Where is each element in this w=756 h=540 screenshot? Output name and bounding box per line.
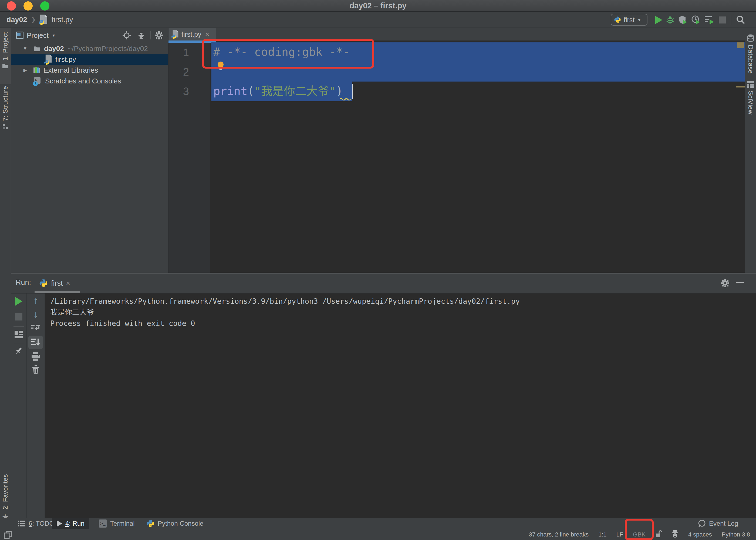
close-tab-icon[interactable]: × — [205, 30, 209, 39]
editor-gutter[interactable] — [169, 43, 210, 273]
sidebar-item-favorites[interactable]: 2: Favorites ★ — [0, 465, 11, 525]
chevron-down-icon: ▼ — [52, 33, 56, 38]
structure-stripe-mnemonic: 7 — [2, 117, 9, 121]
sciview-icon — [747, 81, 754, 88]
tree-row-day02[interactable]: ▼ day02 ~/PycharmProjects/day02 — [11, 43, 168, 54]
tree-row-scratches[interactable]: Scratches and Consoles — [11, 75, 168, 86]
sidebar-item-structure[interactable]: 7: Structure — [0, 82, 11, 168]
line-number[interactable]: 1 — [176, 47, 189, 59]
sciview-stripe-label: SciView — [747, 91, 754, 114]
clear-console-trash-icon[interactable] — [27, 365, 45, 374]
breadcrumb-file[interactable]: first.py — [52, 16, 73, 24]
close-window-button[interactable] — [7, 1, 16, 11]
collapse-arrow-icon[interactable]: ▼ — [22, 46, 28, 51]
next-occurrence-button[interactable]: ↓ — [27, 309, 45, 320]
run-tab-first[interactable]: first × — [39, 274, 70, 293]
terminal-label: Terminal — [110, 520, 135, 527]
annotation-rectangle-coding-gbk — [202, 39, 374, 68]
tree-day02-label: day02 — [44, 45, 64, 53]
inspection-status-square[interactable] — [737, 42, 744, 48]
line-number[interactable]: 3 — [176, 85, 189, 97]
debug-button[interactable] — [666, 15, 675, 25]
sidebar-item-sciview[interactable]: SciView — [745, 77, 756, 150]
project-panel-header: Project ▼ — — [11, 28, 168, 43]
print-button[interactable] — [27, 352, 45, 361]
toolwindow-terminal[interactable]: >_ Terminal — [94, 518, 140, 529]
lock-icon[interactable] — [655, 530, 662, 539]
stop-process-button[interactable] — [11, 313, 27, 321]
project-stripe-label: : Project — [2, 32, 9, 57]
toolbar-divider — [14, 327, 24, 327]
tree-row-first-py[interactable]: first.py — [11, 54, 168, 65]
folder-icon — [33, 46, 41, 52]
scroll-to-end-button[interactable] — [28, 336, 43, 349]
toolwindow-run[interactable]: 4: Run — [52, 518, 89, 529]
window-titlebar: day02 – first.py — [0, 0, 756, 12]
toolwindow-switcher-icon[interactable] — [4, 531, 12, 540]
console-output-line: 我是你二大爷 — [50, 307, 756, 318]
toolwindow-python-console[interactable]: Python Console — [142, 518, 208, 529]
prev-occurrence-button[interactable]: ↑ — [27, 295, 45, 306]
project-view-label: Project — [27, 31, 49, 40]
soft-wrap-button[interactable] — [27, 324, 45, 333]
hide-run-panel-button[interactable]: — — [736, 277, 744, 287]
code-line-3[interactable]: print("我是你二大爷") — [213, 81, 343, 101]
scrollbar-warning-mark[interactable] — [736, 86, 745, 87]
terminal-icon: >_ — [99, 519, 107, 528]
pin-tab-button[interactable] — [11, 346, 27, 355]
code-string: "我是你二大爷" — [254, 84, 336, 98]
locate-file-button[interactable] — [122, 31, 131, 41]
status-caret-position[interactable]: 1:1 — [598, 531, 607, 538]
tab-label: first.py — [182, 31, 201, 38]
navigation-bar: day02 ❯ first.py first ▼ — [0, 12, 756, 28]
event-log-balloon-icon — [698, 520, 706, 527]
run-configuration-name: first — [624, 16, 635, 24]
tree-row-external-libraries[interactable]: ▶ External Libraries — [11, 65, 168, 75]
toolbar-separator — [731, 15, 731, 25]
console-output[interactable]: /Library/Frameworks/Python.framework/Ver… — [45, 294, 756, 518]
profiler-button[interactable] — [691, 15, 701, 26]
line-number[interactable]: 2 — [176, 66, 189, 78]
collapse-all-button[interactable] — [137, 31, 146, 41]
libraries-icon — [33, 67, 40, 74]
sidebar-item-project[interactable]: 1: Project — [0, 28, 11, 84]
structure-icon — [2, 124, 8, 130]
python-file-icon — [172, 30, 179, 39]
stop-button[interactable] — [719, 17, 726, 24]
close-run-tab-icon[interactable]: × — [66, 279, 70, 288]
tree-external-libraries-label: External Libraries — [44, 66, 98, 74]
run-panel-label: Run: — [16, 278, 31, 287]
restore-layout-button[interactable] — [11, 331, 27, 338]
concurrency-diagram-button[interactable] — [704, 15, 714, 26]
favorites-stripe-label: : Favorites — [2, 474, 9, 506]
run-mnemonic: 4 — [65, 520, 69, 527]
run-button[interactable] — [655, 16, 662, 24]
breadcrumb-project[interactable]: day02 — [6, 16, 27, 24]
status-file-encoding[interactable]: GBK — [633, 531, 645, 538]
status-char-count: 37 chars, 2 line breaks — [529, 531, 588, 538]
status-line-separator[interactable]: LF — [616, 531, 623, 538]
console-exit-line: Process finished with exit code 0 — [50, 318, 756, 329]
favorites-stripe-mnemonic: 2 — [2, 506, 9, 509]
database-icon — [747, 34, 754, 42]
run-settings-gear-icon[interactable] — [721, 279, 729, 289]
rerun-button[interactable] — [11, 297, 27, 306]
event-log-button[interactable]: Event Log — [693, 518, 743, 529]
expand-arrow-icon[interactable]: ▶ — [22, 68, 28, 73]
minimize-window-button[interactable] — [24, 1, 33, 11]
run-with-coverage-button[interactable] — [678, 15, 688, 26]
project-settings-gear-icon[interactable] — [155, 31, 163, 41]
status-interpreter[interactable]: Python 3.8 — [722, 531, 750, 538]
project-view-selector[interactable]: Project ▼ — [16, 28, 56, 43]
run-configuration-selector[interactable]: first ▼ — [611, 14, 648, 26]
highlighting-level-hector-icon[interactable] — [672, 530, 679, 539]
code-print: print — [213, 84, 247, 98]
status-indent[interactable]: 4 spaces — [688, 531, 712, 538]
left-tool-stripe: 1: Project 7: Structure 2: Favorites ★ — [0, 28, 11, 518]
python-logo-icon — [146, 519, 155, 528]
search-everywhere-icon[interactable] — [736, 15, 745, 25]
zoom-window-button[interactable] — [40, 1, 50, 11]
run-tab-label: first — [51, 279, 63, 288]
code-close-paren: ) — [336, 84, 343, 98]
folder-icon — [2, 63, 9, 68]
